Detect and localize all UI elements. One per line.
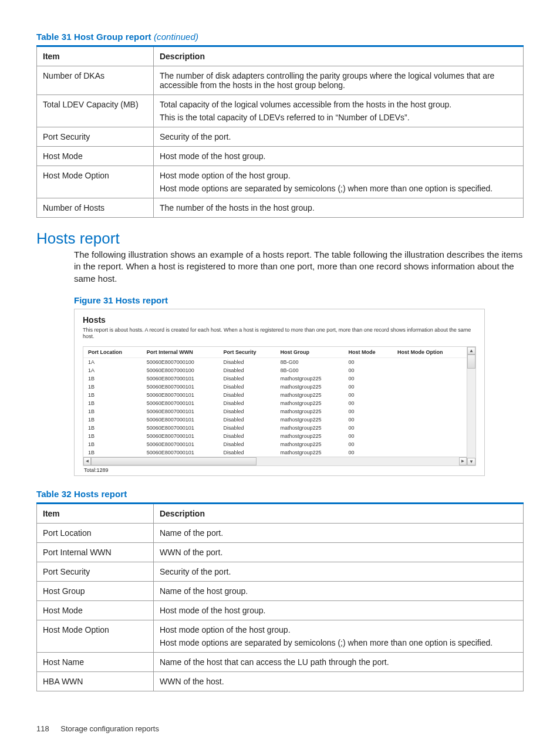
report-cell: mathostgroup225 <box>276 432 344 440</box>
description-cell: Name of the host that can access the LU … <box>153 653 523 672</box>
report-cell: 50060E8007000101 <box>142 407 219 416</box>
report-row: 1B50060E8007000101Disabledmathostgroup22… <box>83 440 467 448</box>
description-cell: The number of the hosts in the host grou… <box>153 198 523 218</box>
report-cell: Disabled <box>218 440 275 448</box>
report-cell: Disabled <box>218 448 275 457</box>
report-row: 1B50060E8007000101Disabledmathostgroup22… <box>83 374 467 383</box>
report-cell: 50060E8007000101 <box>142 416 219 424</box>
report-cell: 00 <box>343 448 393 457</box>
footer-section-title: Storage configuration reports <box>60 724 159 733</box>
report-cell: Disabled <box>218 399 275 407</box>
table-row: Host Mode OptionHost mode option of the … <box>37 166 524 198</box>
report-cell <box>393 399 467 407</box>
vertical-scrollbar[interactable]: ▲ ▼ <box>467 347 475 465</box>
hscroll-thumb[interactable] <box>91 457 257 465</box>
report-row: 1A50060E8007000100Disabled8B-G0000 <box>83 358 467 367</box>
report-cell: Disabled <box>218 407 275 416</box>
report-cell: 8B-G00 <box>276 358 344 367</box>
horizontal-scrollbar[interactable]: ◄ ► <box>83 457 467 465</box>
report-column-header: Port Security <box>218 347 275 358</box>
report-description: This report is about hosts. A record is … <box>83 327 476 340</box>
report-cell: Disabled <box>218 424 275 432</box>
report-row: 1B50060E8007000101Disabledmathostgroup22… <box>83 399 467 407</box>
report-column-header: Port Location <box>83 347 142 358</box>
page-footer: 118 Storage configuration reports <box>36 724 524 733</box>
description-cell: Host mode option of the host group.Host … <box>153 166 523 198</box>
report-cell <box>393 440 467 448</box>
description-cell: Host mode of the host group. <box>153 147 523 166</box>
report-cell: 50060E8007000100 <box>142 358 219 367</box>
description-cell: Security of the port. <box>153 127 523 147</box>
report-cell: 00 <box>343 383 393 391</box>
figure31-hosts-report: Hosts This report is about hosts. A reco… <box>74 309 485 476</box>
table31-caption-text: Table 31 Host Group report <box>36 32 151 42</box>
report-cell: 50060E8007000101 <box>142 448 219 457</box>
scroll-right-icon[interactable]: ► <box>459 457 467 465</box>
report-cell: 1A <box>83 366 142 374</box>
report-cell: Disabled <box>218 358 275 367</box>
report-cell: 1B <box>83 432 142 440</box>
report-cell: 1B <box>83 407 142 416</box>
report-cell <box>393 424 467 432</box>
report-column-header: Host Mode Option <box>393 347 467 358</box>
scroll-down-icon[interactable]: ▼ <box>467 458 475 465</box>
report-cell <box>393 416 467 424</box>
report-cell: 50060E8007000101 <box>142 383 219 391</box>
scroll-left-icon[interactable]: ◄ <box>83 457 91 465</box>
report-row: 1A50060E8007000100Disabled8B-G0000 <box>83 366 467 374</box>
report-cell <box>393 391 467 399</box>
description-cell: Host mode of the host group. <box>153 601 523 620</box>
report-cell: 00 <box>343 416 393 424</box>
report-cell: 50060E8007000101 <box>142 374 219 383</box>
item-cell: Host Name <box>37 653 154 672</box>
table31-caption: Table 31 Host Group report (continued) <box>36 32 524 42</box>
report-cell: mathostgroup225 <box>276 374 344 383</box>
report-cell <box>393 366 467 374</box>
report-column-header: Port Internal WWN <box>142 347 219 358</box>
report-cell: 1B <box>83 416 142 424</box>
report-row: 1B50060E8007000101Disabledmathostgroup22… <box>83 424 467 432</box>
report-column-header: Host Group <box>276 347 344 358</box>
item-cell: Host Mode Option <box>37 166 154 198</box>
table32-header-desc: Description <box>153 504 523 524</box>
report-cell: Disabled <box>218 374 275 383</box>
table32-caption: Table 32 Hosts report <box>36 489 524 499</box>
item-cell: Port Security <box>37 562 154 582</box>
report-cell <box>393 432 467 440</box>
report-cell <box>393 383 467 391</box>
table-row: Number of DKAsThe number of disk adapter… <box>37 66 524 95</box>
report-cell: 1B <box>83 374 142 383</box>
report-cell: 00 <box>343 374 393 383</box>
item-cell: Host Mode <box>37 147 154 166</box>
report-row: 1B50060E8007000101Disabledmathostgroup22… <box>83 383 467 391</box>
scroll-up-icon[interactable]: ▲ <box>467 347 475 355</box>
description-cell: Name of the host group. <box>153 582 523 601</box>
item-cell: Port Location <box>37 524 154 543</box>
item-cell: Number of Hosts <box>37 198 154 218</box>
report-cell: 1B <box>83 424 142 432</box>
report-row: 1B50060E8007000101Disabledmathostgroup22… <box>83 391 467 399</box>
report-cell: 00 <box>343 432 393 440</box>
report-cell: mathostgroup225 <box>276 399 344 407</box>
report-cell: 1B <box>83 440 142 448</box>
item-cell: Host Mode <box>37 601 154 620</box>
report-cell: 50060E8007000101 <box>142 391 219 399</box>
report-cell: mathostgroup225 <box>276 448 344 457</box>
report-cell <box>393 448 467 457</box>
report-cell: 1B <box>83 391 142 399</box>
report-title: Hosts <box>83 315 476 325</box>
report-cell: mathostgroup225 <box>276 407 344 416</box>
table-row: Port SecuritySecurity of the port. <box>37 127 524 147</box>
report-cell: mathostgroup225 <box>276 383 344 391</box>
section-body-text: The following illustration shows an exam… <box>74 249 524 285</box>
report-cell: Disabled <box>218 432 275 440</box>
table-row: HBA WWNWWN of the host. <box>37 672 524 691</box>
report-row: 1B50060E8007000101Disabledmathostgroup22… <box>83 407 467 416</box>
report-cell: mathostgroup225 <box>276 424 344 432</box>
table32: Item Description Port LocationName of th… <box>36 502 524 691</box>
report-cell: 8B-G00 <box>276 366 344 374</box>
report-cell: 00 <box>343 407 393 416</box>
report-cell <box>393 358 467 367</box>
table-row: Host NameName of the host that can acces… <box>37 653 524 672</box>
vscroll-thumb[interactable] <box>467 355 475 369</box>
